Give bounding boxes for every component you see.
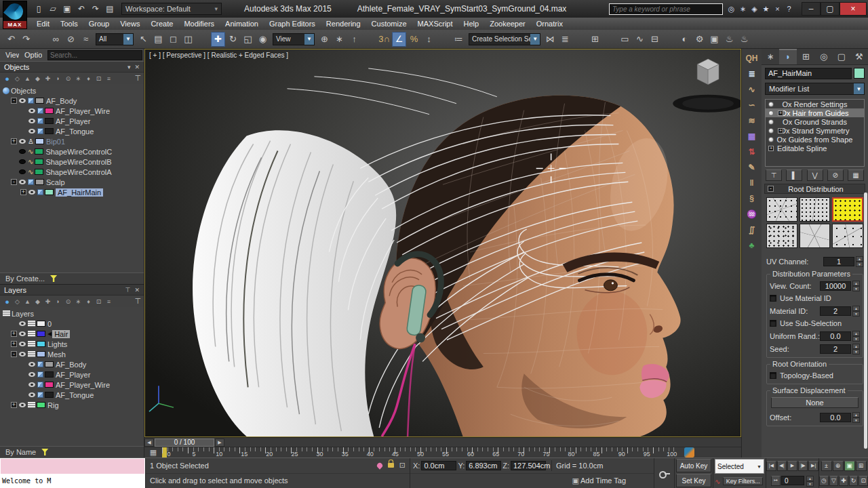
object-color-swatch[interactable]: [854, 68, 865, 79]
filter-spacewarps-icon[interactable]: ⊙: [64, 297, 73, 306]
key-filters-button[interactable]: Key Filters...: [723, 477, 763, 485]
viewport-canvas[interactable]: [145, 49, 741, 436]
object-color-swatch[interactable]: [45, 118, 54, 124]
distribution-swatch-2[interactable]: [800, 197, 831, 222]
mirror-icon[interactable]: ⋈: [543, 32, 557, 47]
tree-row[interactable]: ◀ ShapeWireControlB: [0, 157, 144, 167]
filter-xrefs-icon[interactable]: ♦: [84, 297, 93, 306]
visibility-eye-icon[interactable]: [19, 159, 26, 164]
key-mode-toggle[interactable]: ↦: [771, 476, 781, 486]
menu-item[interactable]: Modifiers: [178, 18, 220, 30]
layer-color-swatch[interactable]: [45, 392, 54, 398]
filter-containers-icon[interactable]: ≡: [104, 74, 113, 83]
node-label[interactable]: AF_Tongue: [56, 391, 94, 399]
workspace-dropdown[interactable]: Workspace: Default ▾: [121, 3, 222, 15]
node-label[interactable]: AF_Tongue: [56, 127, 94, 136]
tree-row[interactable]: ◀ AF_Tongue: [0, 126, 144, 136]
expand-toggle-icon[interactable]: +: [778, 128, 783, 134]
sep[interactable]: [573, 32, 587, 47]
filter-all-icon[interactable]: ●: [3, 74, 12, 83]
object-color-swatch[interactable]: [35, 169, 43, 175]
node-label[interactable]: Mesh: [47, 350, 66, 359]
expand-toggle-icon[interactable]: -: [11, 351, 17, 357]
open-mini-curve-editor-icon[interactable]: ▦: [144, 448, 162, 457]
object-color-swatch[interactable]: [35, 159, 43, 165]
node-label[interactable]: AF_Body: [56, 361, 86, 369]
visibility-eye-icon[interactable]: [28, 119, 35, 123]
isolate-selection-icon[interactable]: [376, 462, 383, 469]
visibility-eye-icon[interactable]: [19, 321, 26, 326]
modifier-stack-row[interactable]: Ox Ground Strands: [766, 117, 864, 126]
time-configuration-button[interactable]: ◷: [819, 476, 829, 486]
node-label[interactable]: AF_Player: [56, 117, 90, 125]
select-and-scale-icon[interactable]: ◱: [241, 32, 255, 47]
manage-layers-icon[interactable]: ⊞: [588, 32, 602, 47]
zoom-extents-all-button[interactable]: ⊞: [856, 461, 867, 471]
restore-button[interactable]: ▢: [821, 2, 840, 16]
displacement-map-button[interactable]: None: [771, 397, 859, 408]
layer-color-swatch[interactable]: [45, 361, 54, 367]
menu-item[interactable]: Create: [145, 18, 178, 30]
minimize-button[interactable]: –: [802, 2, 821, 16]
ornatrix-hook-icon[interactable]: §: [744, 191, 760, 206]
visibility-eye-icon[interactable]: [19, 139, 26, 144]
z-coordinate-field[interactable]: 127.504cm: [511, 461, 546, 470]
distribution-swatch-4[interactable]: [766, 224, 797, 248]
select-and-rotate-icon[interactable]: ↻: [226, 32, 240, 47]
zoom-button[interactable]: ⊕: [833, 461, 844, 471]
menu-item[interactable]: Edit: [31, 18, 55, 30]
time-slider-track[interactable]: ◀ 0 / 100 ▶: [144, 437, 741, 447]
expand-toggle-icon[interactable]: +: [11, 331, 17, 337]
material-editor-icon[interactable]: ◐: [677, 32, 692, 47]
ornatrix-updown-icon[interactable]: ⇅: [744, 144, 760, 159]
object-color-swatch[interactable]: [35, 98, 44, 104]
node-label[interactable]: AF_Player_Wire: [56, 107, 110, 115]
ornatrix-wave2-icon[interactable]: ♒: [744, 207, 760, 222]
node-label[interactable]: ShapeWireControlB: [45, 158, 111, 166]
menu-item[interactable]: Rendering: [321, 18, 366, 30]
tab-utilities[interactable]: ⚒: [850, 49, 868, 64]
filter-helpers-icon[interactable]: ◗: [54, 74, 62, 83]
tree-row[interactable]: + ◀ AF_HairMain: [0, 187, 144, 197]
expand-toggle-icon[interactable]: -: [11, 98, 17, 104]
seed-spinner[interactable]: ▲▼: [852, 344, 860, 354]
pan-view-button[interactable]: ✚: [839, 476, 848, 486]
node-label[interactable]: 0: [47, 320, 52, 328]
render-setup-icon[interactable]: ⚙: [692, 32, 707, 47]
expand-toggle-icon[interactable]: -: [11, 179, 17, 185]
explorer-tab-objects[interactable]: Objects: [4, 63, 29, 71]
y-coordinate-field[interactable]: 6.893cm: [466, 461, 501, 470]
tab-display[interactable]: ▢: [833, 49, 850, 64]
tree-row[interactable]: ◀ AF_Player: [0, 369, 144, 380]
key-set-dropdown[interactable]: Selected ▼: [715, 459, 764, 474]
redo-dropdown-icon[interactable]: ↷: [90, 3, 102, 15]
ornatrix-waves-icon[interactable]: ≋: [744, 113, 760, 128]
ornatrix-strand-icon[interactable]: ∽: [744, 98, 760, 113]
help-icon[interactable]: ?: [783, 3, 795, 15]
filter-containers-icon[interactable]: ≡: [104, 297, 113, 306]
tree-row[interactable]: ◀ AF_Player_Wire: [0, 380, 144, 390]
ornatrix-braid-icon[interactable]: ∬: [744, 222, 760, 237]
filter-funnel-icon[interactable]: [50, 275, 57, 282]
new-scene-icon[interactable]: ▯: [33, 3, 45, 15]
node-label[interactable]: Scalp: [46, 178, 65, 186]
max-logo[interactable]: MAX: [3, 1, 27, 29]
filter-shapes-icon[interactable]: ▲: [23, 74, 32, 83]
node-label[interactable]: ShapeWireControlC: [45, 148, 112, 156]
menu-item[interactable]: Zookeeper: [484, 18, 531, 30]
filter-spacewarps-icon[interactable]: ⊙: [64, 74, 73, 83]
layer-color-swatch[interactable]: [45, 382, 54, 388]
menu-item[interactable]: Tools: [55, 18, 83, 30]
filter-lights-icon[interactable]: ◆: [33, 74, 42, 83]
distribution-swatch-1[interactable]: [766, 197, 797, 222]
filter-cameras-icon[interactable]: ✚: [43, 297, 52, 306]
render-production-icon[interactable]: ♨: [722, 32, 736, 47]
command-panel-scrollbar[interactable]: [864, 192, 867, 449]
pin-icon[interactable]: ⊤: [134, 297, 141, 306]
visibility-eye-icon[interactable]: [19, 352, 26, 357]
uv-channel-field[interactable]: 1: [823, 257, 854, 266]
unlink-selection-icon[interactable]: ⊘: [64, 32, 78, 47]
remove-modifier-button[interactable]: ⊘: [827, 169, 844, 181]
ornatrix-qh-icon[interactable]: QH: [744, 51, 760, 66]
save-file-icon[interactable]: ▣: [61, 3, 73, 15]
